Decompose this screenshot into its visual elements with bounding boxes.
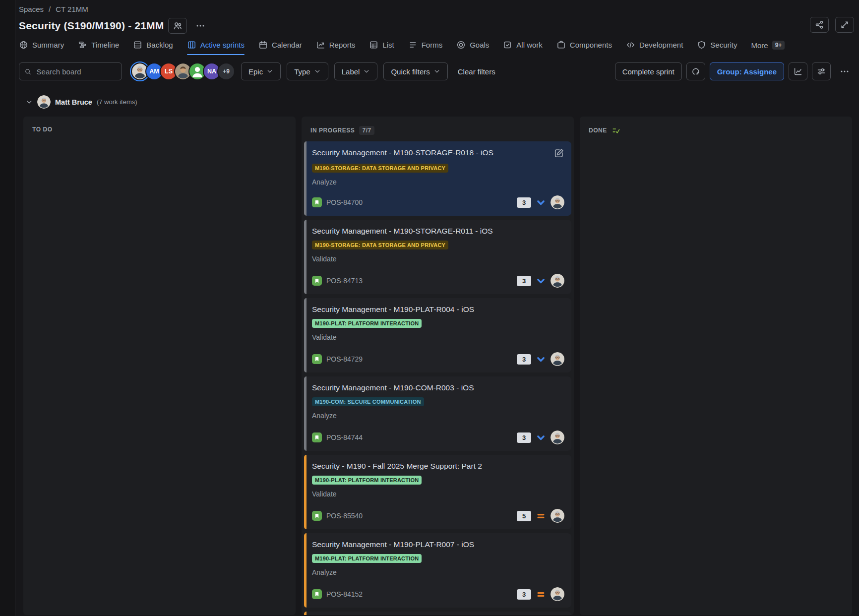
title-more-button[interactable]: [191, 18, 210, 34]
expand-button[interactable]: [835, 17, 854, 33]
card-title: Security Management - M190-COM-R003 - iO…: [312, 383, 474, 392]
estimate-badge[interactable]: 3: [517, 589, 531, 600]
insights-icon: [793, 66, 803, 76]
card-key[interactable]: POS-84152: [326, 590, 363, 598]
tab-forms[interactable]: Forms: [408, 40, 443, 55]
card-key[interactable]: POS-84744: [326, 433, 363, 441]
security-icon: [697, 40, 706, 50]
tab-label: Backlog: [146, 41, 173, 49]
page-title: Security (S190/M190) - 21MM: [19, 20, 164, 32]
estimate-badge[interactable]: 3: [517, 276, 531, 286]
assignee-avatar[interactable]: [551, 352, 564, 366]
estimate-badge[interactable]: 3: [517, 432, 531, 443]
assignee-avatar[interactable]: [551, 274, 564, 288]
breadcrumb-item-spaces[interactable]: Spaces: [19, 5, 44, 13]
assignee-avatar[interactable]: [551, 431, 564, 444]
card-title: Security - M190 - Fall 2025 Merge Suppor…: [312, 461, 482, 471]
card-label-chip[interactable]: M190-COM: SECURE COMMUNICATION: [312, 397, 424, 406]
insights-button[interactable]: [789, 62, 807, 80]
board-more-button[interactable]: [835, 63, 854, 79]
search-icon: [24, 67, 32, 76]
development-icon: [626, 40, 635, 50]
edit-summary-button[interactable]: [553, 148, 564, 159]
group-by-button[interactable]: Group: Assignee: [710, 62, 784, 80]
filter-dropdown-quick-filters[interactable]: Quick filters: [383, 62, 447, 80]
swimlane-name: Matt Bruce: [55, 98, 92, 106]
sidebar-edge: [0, 0, 15, 616]
card-pos-84713[interactable]: Security Management - M190-STORAGE-R011 …: [304, 220, 571, 294]
tab-development[interactable]: Development: [626, 40, 683, 55]
breadcrumb-item-project[interactable]: CT 21MM: [56, 5, 88, 13]
assignee-avatar[interactable]: [551, 509, 564, 523]
story-type-icon: [312, 511, 322, 521]
collapse-chevron-icon[interactable]: [26, 99, 33, 106]
filter-dropdown-type[interactable]: Type: [287, 62, 328, 80]
card-title-row: Security Management - M190-STORAGE-R011 …: [312, 226, 564, 236]
expand-icon: [840, 20, 850, 30]
all-work-icon: [503, 40, 512, 50]
automation-button[interactable]: [686, 62, 705, 80]
tab-count-badge: 9+: [772, 41, 785, 50]
column-cards: [580, 141, 852, 145]
tab-goals[interactable]: Goals: [456, 40, 489, 55]
priority-low-icon: [536, 197, 546, 208]
tab-active-sprints[interactable]: Active sprints: [187, 40, 245, 55]
share-button[interactable]: [810, 17, 829, 33]
card-pos-85540[interactable]: Security - M190 - Fall 2025 Merge Suppor…: [304, 455, 571, 529]
estimate-badge[interactable]: 5: [517, 511, 531, 521]
card-key[interactable]: POS-85540: [326, 512, 363, 520]
card-label-chip[interactable]: M190-PLAT: PLATFORM INTERACTION: [312, 476, 422, 485]
column-cards: [23, 139, 296, 143]
components-icon: [556, 40, 566, 50]
filter-dropdown-epic[interactable]: Epic: [241, 62, 281, 80]
tab-all-work[interactable]: All work: [503, 40, 543, 55]
tab-label: Development: [639, 41, 683, 49]
card-label-chip[interactable]: M190-STORAGE: DATA STORAGE AND PRIVACY: [312, 241, 448, 249]
tab-reports[interactable]: Reports: [316, 40, 356, 55]
filter-dropdown-label[interactable]: Label: [334, 62, 378, 80]
card-label-chip[interactable]: M190-PLAT: PLATFORM INTERACTION: [312, 319, 422, 328]
ellipsis-icon: [840, 66, 850, 76]
complete-sprint-button[interactable]: Complete sprint: [615, 62, 682, 80]
tab-backlog[interactable]: Backlog: [133, 40, 173, 55]
card-pos-84729[interactable]: Security Management - M190-PLAT-R004 - i…: [304, 298, 571, 372]
assignee-avatar[interactable]: [551, 195, 564, 209]
card-title-row: Security - M190 - Fall 2025 Merge Suppor…: [312, 461, 564, 471]
globe-icon: [19, 40, 28, 50]
tab-summary[interactable]: Summary: [19, 40, 64, 55]
sliders-icon: [816, 66, 826, 76]
card-pos-84152[interactable]: Security Management - M190-PLAT-R007 - i…: [304, 533, 571, 608]
card-pos-84700[interactable]: Security Management - M190-STORAGE-R018 …: [304, 141, 571, 216]
assignee-avatar[interactable]: [551, 587, 564, 601]
filter-avatar-overflow[interactable]: +9: [217, 62, 235, 80]
card-key[interactable]: POS-84713: [326, 277, 363, 285]
tab-list[interactable]: List: [369, 40, 394, 55]
card-partial[interactable]: [304, 612, 571, 615]
tab-security[interactable]: Security: [697, 40, 737, 55]
swimlane-count: (7 work items): [97, 98, 137, 106]
tab-calendar[interactable]: Calendar: [258, 40, 302, 55]
estimate-badge[interactable]: 3: [517, 197, 531, 208]
card-pos-84744[interactable]: Security Management - M190-COM-R003 - iO…: [304, 376, 571, 451]
backlog-icon: [133, 40, 142, 50]
card-footer: POS-847443: [312, 431, 564, 444]
card-label-chip[interactable]: M190-STORAGE: DATA STORAGE AND PRIVACY: [312, 164, 448, 173]
title-row: Security (S190/M190) - 21MM: [19, 18, 859, 34]
card-key[interactable]: POS-84700: [326, 198, 363, 206]
tab-label: All work: [516, 41, 543, 49]
tab-more[interactable]: More9+: [751, 41, 785, 55]
story-type-icon: [312, 354, 322, 364]
dropdown-label: Quick filters: [391, 67, 430, 76]
clear-filters-button[interactable]: Clear filters: [456, 67, 497, 76]
estimate-badge[interactable]: 3: [517, 354, 531, 365]
card-label-chip[interactable]: M190-PLAT: PLATFORM INTERACTION: [312, 554, 422, 563]
search-input[interactable]: [36, 67, 117, 76]
people-button[interactable]: [168, 18, 187, 34]
card-footer-right: 3: [517, 195, 564, 209]
breadcrumb-separator: /: [49, 5, 51, 13]
view-settings-button[interactable]: [812, 62, 831, 80]
card-key[interactable]: POS-84729: [326, 355, 363, 363]
card-footer-right: 3: [517, 352, 564, 366]
tab-timeline[interactable]: Timeline: [78, 40, 119, 55]
tab-components[interactable]: Components: [556, 40, 612, 55]
